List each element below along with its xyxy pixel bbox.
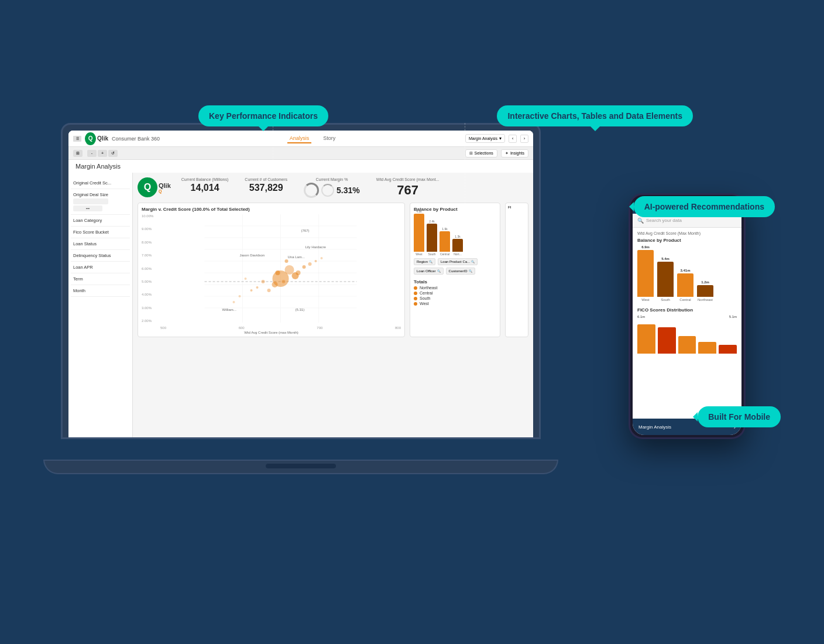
tooltip-charts-text: Interactive Charts, Tables and Data Elem… — [507, 111, 682, 121]
mobile-nav-label: Margin Analysis — [638, 424, 671, 430]
total-south: South — [414, 296, 496, 300]
filter-loan-officer[interactable]: Loan Officer 🔍 — [414, 268, 444, 275]
laptop: ☰ Q Qlik Consumer Bank 360 Analysis Stor… — [61, 123, 541, 474]
bar-chart-title: Balance by Product — [414, 207, 496, 212]
insights-icon: ✦ — [505, 151, 509, 156]
dash-main: Original Credit Sc... Original Deal Size… — [68, 173, 533, 437]
tooltip-ai-text: AI-powered Recommendations — [644, 202, 764, 211]
right-panel: Balance by Product 4.8k West — [410, 203, 500, 337]
svg-point-27 — [233, 301, 235, 303]
y-axis: 10.00% 9.00% 8.00% 7.00% 6.00% 5.00% 4.0… — [142, 214, 159, 323]
svg-point-17 — [267, 289, 271, 292]
analysis-dropdown[interactable]: Margin Analysis ▾ — [465, 134, 505, 143]
kpi-credit-value: 767 — [376, 183, 440, 198]
sidebar-item-loan-status[interactable]: Loan Status — [71, 238, 130, 250]
kpi-customers-label: Current # of Customers — [245, 177, 287, 181]
topbar-left: ☰ Q Qlik Consumer Bank 360 — [73, 134, 160, 143]
bar-group-south: 2.4k South — [427, 220, 437, 256]
next-button[interactable]: › — [520, 135, 528, 143]
mobile-bar-chart-title: Balance by Product — [637, 238, 737, 243]
tooltip-kpi: Key Performance Indicators — [198, 105, 328, 126]
dash-page-title: Margin Analysis — [68, 160, 533, 173]
connector-kpi — [273, 123, 273, 179]
scatter-chart-title: Margin v. Credit Score (100.0% of Total … — [142, 207, 401, 212]
svg-point-21 — [250, 289, 253, 292]
svg-text:William...: William... — [222, 308, 237, 311]
totals-list: Totals Northeast Central — [414, 279, 496, 306]
insights-btn[interactable]: ✦ Insights — [501, 149, 528, 157]
kpi-credit-label: Wtd Avg Credit Score (max Mont... — [376, 177, 440, 181]
scatter-plot-area: 10.00% 9.00% 8.00% 7.00% 6.00% 5.00% 4.0… — [142, 214, 401, 323]
mobile-body: ‹ Consumer Bank 360 ☰ 🔍 Search your data… — [629, 193, 746, 439]
selections-btn[interactable]: ⊞ Selections — [465, 149, 497, 157]
tooltip-mobile: Built For Mobile — [698, 406, 781, 427]
dash-sidebar: Original Credit Sc... Original Deal Size… — [68, 173, 133, 437]
svg-point-13 — [285, 265, 294, 275]
bar-central — [440, 231, 450, 252]
sidebar-item-loan-apr[interactable]: Loan APR — [71, 262, 130, 273]
filter-region[interactable]: Region 🔍 — [414, 258, 435, 265]
bar-chart-bars: 4.8k West 2.4k South — [414, 214, 496, 258]
sidebar-item-loan-cat[interactable]: Loan Category — [71, 215, 130, 227]
analysis-label: Margin Analysis — [469, 136, 497, 141]
search-icon: 🔍 — [437, 269, 441, 273]
mobile-search-icon: 🔍 — [637, 218, 644, 224]
sidebar-item-deal-size[interactable]: Original Deal Size ••• — [71, 189, 130, 215]
tab-analysis[interactable]: Analysis — [287, 134, 312, 143]
mobile-fico-bars — [637, 318, 737, 354]
sidebar-item-delinquency[interactable]: Delinquency Status — [71, 250, 130, 262]
svg-point-19 — [262, 280, 265, 283]
qlik-wordmark: Qlik — [97, 135, 108, 142]
svg-point-30 — [282, 280, 286, 283]
toolbar-zoom-controls: - + ↺ — [87, 150, 118, 157]
filter-loan-product[interactable]: Loan Product Ca... 🔍 — [438, 258, 478, 265]
qlik-q-logo: Q — [85, 132, 96, 145]
qlik-text: Qlik — [159, 182, 171, 189]
bar-west — [414, 214, 424, 252]
tab-story[interactable]: Story — [321, 134, 338, 143]
zoom-minus[interactable]: - — [87, 150, 97, 157]
qlik-brand-logo: Q Qlik Q — [138, 177, 171, 197]
mobile-fico-section: FICO Scores Distribution 6.1m 5.1m — [637, 307, 737, 354]
insights-label: Insights — [510, 151, 524, 155]
tooltip-charts: Interactive Charts, Tables and Data Elem… — [497, 105, 693, 126]
mobile-content: Wtd Avg Credit Score (Max Month) Balance… — [633, 228, 741, 357]
bar-north — [452, 239, 463, 252]
search-icon: 🔍 — [471, 260, 475, 263]
mobile-bar-west-rect — [637, 250, 654, 297]
dashboard: ☰ Q Qlik Consumer Bank 360 Analysis Stor… — [68, 131, 533, 437]
bar-south — [427, 224, 437, 252]
bar-group-north: 1.3k Nort... — [452, 235, 463, 256]
sidebar-item-term[interactable]: Term — [71, 273, 130, 285]
fico-bar-2 — [658, 327, 676, 354]
gauge-icon-1 — [304, 183, 319, 198]
sidebar-ellipsis[interactable]: ••• — [73, 205, 102, 211]
sidebar-item-fico[interactable]: Fico Score Bucket — [71, 227, 130, 238]
total-northeast: Northeast — [414, 286, 496, 290]
bar-group-west: 4.8k West — [414, 210, 424, 256]
filter-customer-id[interactable]: CustomerID 🔍 — [446, 268, 475, 275]
tooltip-mobile-text: Built For Mobile — [708, 412, 770, 422]
mobile-fico-title: FICO Scores Distribution — [637, 307, 737, 313]
kpi-balance-value: 14,014 — [181, 183, 229, 193]
sidebar-item-credit[interactable]: Original Credit Sc... — [71, 177, 130, 189]
toolbar-grid-btn[interactable]: ⊞ — [73, 150, 83, 157]
dot-northeast — [414, 286, 417, 290]
zoom-plus[interactable]: + — [98, 150, 107, 157]
mobile-screen: ‹ Consumer Bank 360 ☰ 🔍 Search your data… — [633, 197, 741, 435]
prev-button[interactable]: ‹ — [509, 135, 517, 143]
svg-point-25 — [321, 257, 323, 259]
laptop-body: ☰ Q Qlik Consumer Bank 360 Analysis Stor… — [61, 123, 541, 439]
svg-text:(767): (767) — [301, 229, 310, 232]
charts-row: Margin v. Credit Score (100.0% of Total … — [138, 203, 528, 337]
hamburger-icon[interactable]: ☰ — [73, 136, 81, 142]
mobile-bar-northeast-rect — [697, 285, 713, 297]
svg-point-18 — [303, 265, 306, 269]
sidebar-item-month[interactable]: Month — [71, 285, 130, 297]
search-icon: 🔍 — [469, 269, 472, 273]
fico-bar-1 — [637, 324, 655, 354]
dash-tabs: Analysis Story — [287, 134, 338, 143]
zoom-reset[interactable]: ↺ — [108, 150, 118, 157]
kpi-margin-label: Current Margin % — [304, 177, 360, 181]
fico-bar-5 — [719, 345, 737, 354]
